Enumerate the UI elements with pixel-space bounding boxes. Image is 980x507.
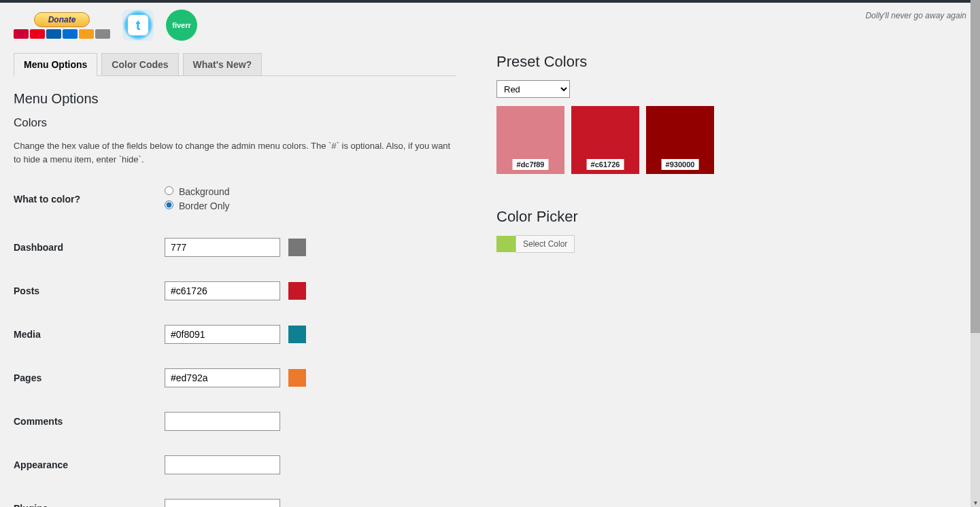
preset-swatch-label: #930000: [662, 159, 699, 170]
menu-item-row: Plugins: [14, 499, 456, 507]
payment-card-icon: [63, 29, 78, 39]
radio-border[interactable]: Border Only: [165, 199, 230, 213]
scroll-down-icon[interactable]: ▾: [970, 497, 980, 507]
menu-item-row: Appearance: [14, 455, 456, 474]
preset-swatch-label: #dc7f89: [513, 159, 549, 170]
radio-background-input[interactable]: [165, 186, 173, 195]
color-input-media[interactable]: [165, 325, 280, 344]
menu-item-label: Comments: [14, 416, 165, 427]
preset-swatch[interactable]: #c61726: [571, 106, 639, 174]
color-input-dashboard[interactable]: [165, 238, 280, 257]
color-input-pages[interactable]: [165, 368, 280, 387]
radio-border-input[interactable]: [165, 200, 173, 209]
scrollbar-thumb[interactable]: [970, 0, 980, 333]
menu-item-row: Dashboard: [14, 238, 456, 257]
tab-menu-options[interactable]: Menu Options: [14, 53, 97, 76]
color-input-comments[interactable]: [165, 412, 280, 431]
scrollbar[interactable]: ▾: [970, 0, 980, 507]
color-input-plugins[interactable]: [165, 499, 280, 507]
description: Change the hex value of the fields below…: [14, 139, 456, 166]
payment-card-icon: [30, 29, 45, 39]
payment-card-icon: [95, 29, 110, 39]
menu-item-label: Media: [14, 329, 165, 340]
preset-swatch[interactable]: #dc7f89: [496, 106, 564, 174]
color-swatch: [288, 239, 306, 256]
menu-item-label: Plugins: [14, 503, 165, 507]
subsection-title: Colors: [14, 116, 456, 130]
preset-select[interactable]: Red: [496, 80, 570, 98]
payment-cards: [14, 29, 110, 39]
fiverr-icon[interactable]: fiverr: [166, 10, 197, 41]
menu-item-label: Appearance: [14, 459, 165, 470]
color-input-appearance[interactable]: [165, 455, 280, 474]
what-to-color-label: What to color?: [14, 194, 165, 205]
menu-item-label: Posts: [14, 285, 165, 296]
select-color-button[interactable]: Select Color: [516, 235, 575, 253]
menu-item-row: Pages: [14, 368, 456, 387]
menu-item-row: Posts: [14, 281, 456, 300]
menu-item-row: Media: [14, 325, 456, 344]
preset-colors-title: Preset Colors: [496, 53, 966, 71]
color-swatch: [288, 326, 306, 343]
color-swatch: [288, 369, 306, 387]
preset-swatch[interactable]: #930000: [646, 106, 714, 174]
payment-card-icon: [79, 29, 94, 39]
donate-button[interactable]: Donate: [34, 12, 90, 27]
payment-card-icon: [14, 29, 29, 39]
tab-color-codes[interactable]: Color Codes: [101, 53, 178, 75]
radio-background[interactable]: Background: [165, 185, 230, 199]
color-picker-title: Color Picker: [496, 208, 966, 226]
twitter-icon[interactable]: t: [122, 10, 154, 41]
section-title: Menu Options: [14, 91, 456, 107]
payment-card-icon: [46, 29, 61, 39]
menu-item-row: Comments: [14, 412, 456, 431]
menu-item-label: Dashboard: [14, 242, 165, 253]
color-swatch: [288, 282, 306, 300]
donate-block[interactable]: Donate: [14, 12, 110, 39]
dolly-quote: Dolly'll never go away again: [866, 11, 966, 20]
menu-item-label: Pages: [14, 372, 165, 383]
tabs: Menu OptionsColor CodesWhat's New?: [14, 53, 456, 76]
color-input-posts[interactable]: [165, 281, 280, 300]
color-picker-swatch[interactable]: [496, 236, 516, 252]
preset-swatch-label: #c61726: [587, 159, 624, 170]
tab-what-s-new-[interactable]: What's New?: [183, 53, 263, 75]
